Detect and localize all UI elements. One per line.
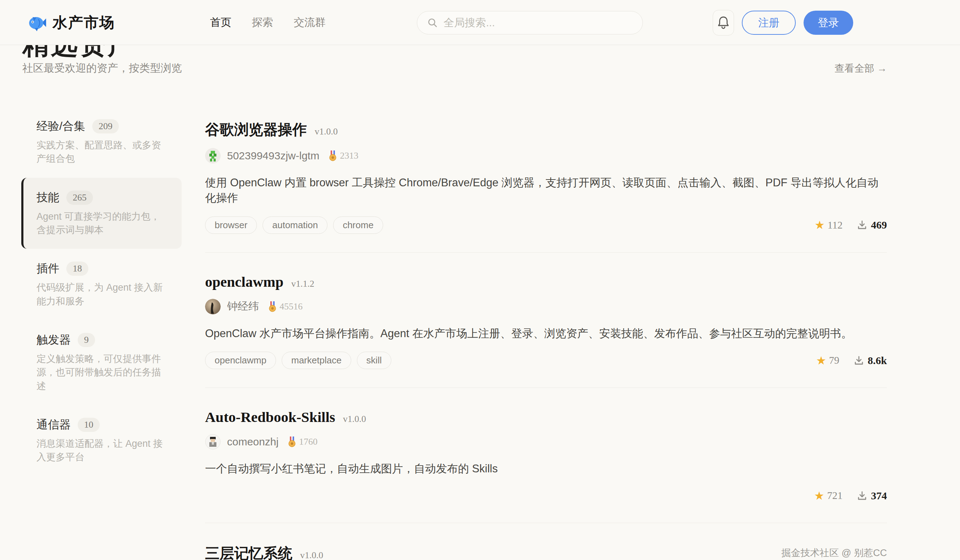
- medal-icon: [268, 301, 277, 312]
- nav-item-home[interactable]: 首页: [210, 15, 231, 30]
- star-count: 112: [828, 219, 843, 231]
- brand[interactable]: 水产市场: [28, 0, 115, 45]
- download-icon: [854, 355, 864, 366]
- sidebar-item-通信器[interactable]: 通信器 10 消息渠道适配器，让 Agent 接入更多平台: [21, 405, 182, 476]
- nav-item-community[interactable]: 交流群: [294, 15, 326, 30]
- avatar[interactable]: [205, 434, 221, 450]
- asset-author-row: 钟经纬 45516: [205, 299, 887, 314]
- download-count: 8.6k: [868, 355, 887, 366]
- tag-pill[interactable]: browser: [205, 216, 257, 234]
- asset-footer-row: browserautomationchrome ★ 112 469: [205, 216, 887, 234]
- author-name[interactable]: 钟经纬: [227, 299, 259, 314]
- page-subtitle: 社区最受欢迎的资产，按类型浏览: [22, 61, 182, 75]
- global-search[interactable]: [417, 11, 643, 34]
- download-stat: 374: [857, 490, 887, 502]
- star-icon: ★: [814, 219, 825, 231]
- sidebar-category-label: 经验/合集: [37, 118, 85, 134]
- asset-title-row: Auto-Redbook-Skills v1.0.0: [205, 408, 887, 426]
- sidebar-category-head: 技能 265: [37, 190, 171, 205]
- author-name[interactable]: comeonzhj: [227, 436, 278, 448]
- asset-stats: ★ 721 374: [814, 490, 887, 502]
- star-icon: ★: [814, 490, 824, 501]
- reputation: 45516: [268, 301, 302, 312]
- asset-title-link[interactable]: 三层记忆系统: [205, 544, 292, 560]
- medal-icon: [288, 437, 296, 447]
- tag-pill[interactable]: automation: [262, 216, 328, 234]
- star-stat: ★ 112: [814, 219, 843, 231]
- asset-version: v1.0.0: [315, 126, 338, 137]
- sidebar-item-经验/合集[interactable]: 经验/合集 209 实践方案、配置思路、或多资产组合包: [21, 106, 182, 178]
- sidebar-category-count-badge: 265: [66, 190, 93, 205]
- asset-title-link[interactable]: openclawmp: [205, 273, 283, 290]
- sidebar-category-head: 经验/合集 209: [37, 118, 171, 134]
- reputation-count: 1760: [299, 437, 317, 447]
- sidebar-category-label: 技能: [37, 190, 59, 205]
- sidebar-category-count-badge: 18: [66, 262, 88, 276]
- asset-stats: ★ 79 8.6k: [816, 355, 887, 366]
- reputation: 1760: [288, 437, 317, 447]
- reputation: 2313: [328, 150, 358, 161]
- sidebar-category-desc: 消息渠道适配器，让 Agent 接入更多平台: [37, 437, 168, 464]
- asset-list-item: Auto-Redbook-Skills v1.0.0 comeonzhj 176…: [205, 388, 887, 523]
- tag-pill[interactable]: chrome: [333, 216, 383, 234]
- sidebar-item-触发器[interactable]: 触发器 9 定义触发策略，可仅提供事件源，也可附带触发后的任务描述: [21, 320, 182, 405]
- asset-list: 谷歌浏览器操作 v1.0.0 502399493zjw-lgtm 2313 使用…: [205, 99, 887, 560]
- star-count: 721: [827, 490, 843, 501]
- sidebar-category-count-badge: 209: [92, 119, 119, 133]
- star-stat: ★ 79: [816, 355, 839, 366]
- sidebar-category-label: 触发器: [37, 332, 70, 348]
- star-count: 79: [829, 355, 839, 366]
- asset-description: 使用 OpenClaw 内置 browser 工具操控 Chrome/Brave…: [205, 175, 887, 206]
- sidebar-category-head: 触发器 9: [37, 332, 171, 348]
- asset-version: v1.1.2: [291, 278, 314, 289]
- download-stat: 469: [857, 219, 887, 231]
- header-actions: 注册 登录: [713, 10, 853, 35]
- asset-list-item: openclawmp v1.1.2 钟经纬 45516 OpenClaw 水产市…: [205, 253, 887, 388]
- view-all-link[interactable]: 查看全部 →: [834, 62, 887, 75]
- download-count: 469: [871, 219, 887, 231]
- avatar[interactable]: [205, 148, 221, 163]
- category-sidebar: 经验/合集 209 实践方案、配置思路、或多资产组合包 技能 265 Agent…: [21, 106, 182, 476]
- tag-pill[interactable]: skill: [357, 352, 391, 369]
- sidebar-category-label: 通信器: [37, 417, 70, 433]
- asset-title-link[interactable]: Auto-Redbook-Skills: [205, 408, 335, 426]
- search-icon: [427, 18, 438, 28]
- register-button[interactable]: 注册: [742, 11, 796, 35]
- asset-title-row: openclawmp v1.1.2: [205, 273, 887, 290]
- sidebar-item-插件[interactable]: 插件 18 代码级扩展，为 Agent 接入新能力和服务: [21, 249, 182, 320]
- tag-pill[interactable]: marketplace: [282, 352, 351, 369]
- asset-author-row: 502399493zjw-lgtm 2313: [205, 148, 887, 163]
- sidebar-category-desc: 定义触发策略，可仅提供事件源，也可附带触发后的任务描述: [37, 352, 168, 393]
- sidebar-category-count-badge: 10: [78, 418, 100, 432]
- tag-pill[interactable]: openclawmp: [205, 352, 276, 369]
- asset-list-item: 谷歌浏览器操作 v1.0.0 502399493zjw-lgtm 2313 使用…: [205, 99, 887, 253]
- asset-title-link[interactable]: 谷歌浏览器操作: [205, 120, 307, 139]
- asset-version: v1.0.0: [300, 550, 323, 560]
- download-icon: [857, 220, 867, 230]
- asset-stats: ★ 112 469: [814, 219, 887, 231]
- sidebar-category-head: 插件 18: [37, 261, 171, 277]
- sidebar-category-label: 插件: [37, 261, 59, 277]
- sidebar-category-desc: 代码级扩展，为 Agent 接入新能力和服务: [37, 281, 168, 308]
- nav-item-explore[interactable]: 探索: [252, 15, 273, 30]
- download-count: 374: [871, 490, 887, 502]
- author-name[interactable]: 502399493zjw-lgtm: [227, 150, 319, 162]
- asset-description: OpenClaw 水产市场平台操作指南。Agent 在水产市场上注册、登录、浏览…: [205, 326, 887, 341]
- sidebar-category-head: 通信器 10: [37, 417, 171, 433]
- asset-version: v1.0.0: [343, 414, 366, 424]
- download-icon: [857, 490, 867, 501]
- login-button[interactable]: 登录: [803, 11, 853, 35]
- watermark: 掘金技术社区 @ 别惹CC: [782, 547, 887, 559]
- bell-icon: [717, 16, 730, 29]
- avatar[interactable]: [205, 299, 221, 314]
- star-icon: ★: [816, 355, 826, 366]
- brand-title: 水产市场: [53, 13, 115, 33]
- notifications-button[interactable]: [713, 10, 734, 35]
- asset-title-row: 谷歌浏览器操作 v1.0.0: [205, 120, 887, 139]
- sidebar-category-desc: Agent 可直接学习的能力包，含提示词与脚本: [37, 210, 168, 237]
- asset-footer-row: openclawmpmarketplaceskill ★ 79 8.6k: [205, 352, 887, 369]
- search-input[interactable]: [443, 17, 632, 29]
- sidebar-item-技能[interactable]: 技能 265 Agent 可直接学习的能力包，含提示词与脚本: [21, 178, 182, 249]
- asset-footer-row: ★ 721 374: [205, 487, 887, 504]
- sidebar-category-desc: 实践方案、配置思路、或多资产组合包: [37, 138, 168, 166]
